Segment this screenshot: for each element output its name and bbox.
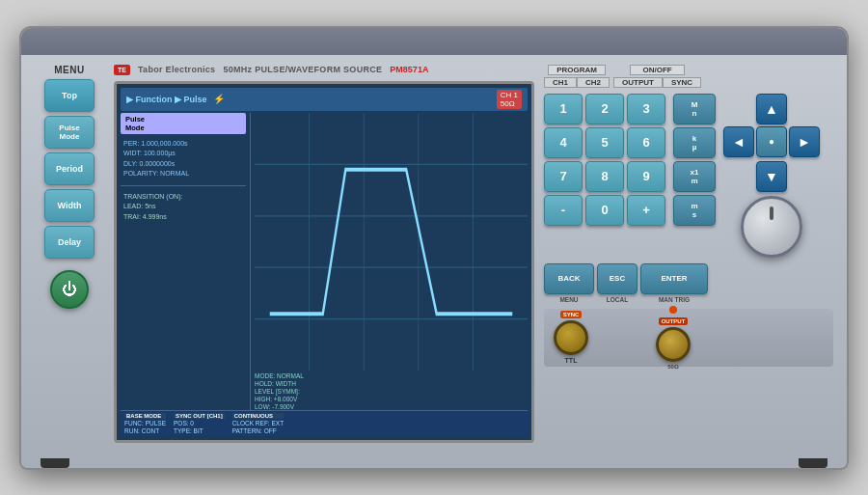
transition-values: TRANSITION (ON): LEAD: 5ns TRAI: 4.999ns — [121, 191, 246, 224]
width-button[interactable]: Width — [44, 189, 95, 222]
num-0[interactable]: 0 — [585, 195, 624, 226]
menu-label: MENU — [54, 65, 84, 75]
esc-sublabel: LOCAL — [597, 296, 637, 303]
model-label: 50MHz PULSE/WAVEFORM SOURCE — [223, 65, 382, 74]
output-label: OUTPUT — [613, 77, 663, 88]
back-button[interactable]: BACK — [544, 263, 594, 294]
ch1-label: CH1 — [544, 77, 577, 88]
pulse-mode-button[interactable]: PulseMode — [44, 116, 95, 149]
enter-sublabel: MAN TRIG — [640, 296, 708, 303]
num-8[interactable]: 8 — [585, 161, 624, 192]
num-5[interactable]: 5 — [585, 127, 624, 158]
control-section: BACK ESC ENTER MENU LOCAL MAN TRIG — [544, 263, 833, 303]
brand-name: Tabor Electronics — [138, 65, 215, 74]
num-minus[interactable]: - — [544, 195, 583, 226]
program-group: PROGRAM CH1 CH2 — [544, 65, 610, 88]
top-button[interactable]: Top — [44, 79, 95, 112]
base-mode-section: BASE MODE FUNC: PULSE RUN: CONT — [124, 413, 166, 434]
channel-label: CH 150Ω — [497, 90, 522, 109]
pattern-value: PATTERN: OFF — [232, 427, 284, 434]
device-body: MENU Top PulseMode Period Width Delay ⏻ … — [19, 26, 849, 470]
knob-area: ▲ ◄ ● ► ▼ — [723, 94, 820, 258]
num-3[interactable]: 3 — [627, 94, 665, 124]
brand-bar: TE Tabor Electronics 50MHz PULSE/WAVEFOR… — [114, 65, 534, 75]
enter-button[interactable]: ENTER — [640, 263, 708, 294]
numpad: 1 2 3 4 5 6 7 8 9 - 0 + — [544, 94, 665, 258]
sync-onoff-label: SYNC — [663, 77, 701, 88]
param-values-top: PER: 1.000,000.000s WIDT: 100.000µs DLY:… — [121, 138, 246, 180]
screen-divider — [250, 113, 251, 410]
screen-right: MODE: NORMAL HOLD: WIDTH LEVEL [SYMM]: H… — [255, 113, 528, 410]
control-row: BACK ESC ENTER — [544, 263, 833, 294]
rotary-knob[interactable] — [741, 196, 802, 258]
foot-right — [799, 458, 827, 468]
sync-section: SYNC OUT [CH1] POS: 0 TYPE: BIT — [174, 413, 225, 434]
bottom-feet — [21, 458, 847, 468]
unit-m-n[interactable]: Mn — [673, 94, 716, 124]
arrow-down[interactable]: ▼ — [756, 161, 787, 192]
pulse-mode-param[interactable]: PulseMode — [121, 113, 246, 134]
output-badge: OUTPUT — [659, 317, 689, 325]
unit-buttons: Mn kµ x1m ms — [673, 94, 716, 258]
unit-x1-m[interactable]: x1m — [673, 161, 716, 192]
period-button[interactable]: Period — [44, 152, 95, 185]
onoff-sub: OUTPUT SYNC — [613, 77, 701, 88]
output-connector: OUTPUT 50Ω — [656, 306, 691, 370]
screen-inner: ▶ Function ▶ Pulse ⚡ CH 150Ω PulseMode P… — [117, 84, 531, 440]
program-sub: CH1 CH2 — [544, 77, 610, 88]
screen-content: PulseMode PER: 1.000,000.000s WIDT: 100.… — [121, 113, 528, 410]
clock-ref-value: CLOCK REF: EXT — [232, 420, 284, 426]
num-plus[interactable]: + — [627, 195, 665, 226]
waveform-display — [255, 113, 528, 371]
screen-left-params: PulseMode PER: 1.000,000.000s WIDT: 100.… — [121, 113, 246, 410]
main-body: MENU Top PulseMode Period Width Delay ⏻ … — [21, 55, 847, 456]
unit-k-mu[interactable]: kµ — [673, 127, 716, 158]
output-bnc — [656, 327, 691, 362]
num-2[interactable]: 2 — [585, 94, 624, 124]
sync-label: SYNC OUT [CH1] — [174, 413, 225, 419]
model-number: PM8571A — [390, 65, 428, 74]
arrow-right[interactable]: ► — [789, 126, 820, 157]
top-right-row: PROGRAM CH1 CH2 ON/OFF OUTPUT SYNC — [544, 65, 833, 88]
run-value: RUN: CONT — [124, 427, 166, 434]
sync-bnc — [554, 320, 588, 355]
pos-value: POS: 0 — [174, 420, 225, 426]
type-value: TYPE: BIT — [174, 427, 225, 434]
foot-left — [41, 458, 69, 468]
usb-icon: ⚡ — [213, 94, 225, 104]
num-1[interactable]: 1 — [544, 94, 583, 124]
num-6[interactable]: 6 — [627, 127, 665, 158]
delay-button[interactable]: Delay — [44, 226, 95, 259]
output-dot — [669, 306, 677, 314]
brand-logo: TE — [114, 65, 130, 75]
center-panel: TE Tabor Electronics 50MHz PULSE/WAVEFOR… — [114, 65, 534, 443]
fifty-ohm-label: 50Ω — [667, 364, 678, 370]
screen: ▶ Function ▶ Pulse ⚡ CH 150Ω PulseMode P… — [114, 81, 534, 443]
screen-header: ▶ Function ▶ Pulse ⚡ CH 150Ω — [121, 88, 528, 111]
arrow-left[interactable]: ◄ — [723, 126, 754, 157]
continuous-section: CONTINUOUS CLOCK REF: EXT PATTERN: OFF — [232, 413, 284, 434]
back-sublabel: MENU — [544, 296, 594, 303]
arrow-up[interactable]: ▲ — [756, 94, 787, 124]
unit-m-s[interactable]: ms — [673, 195, 716, 226]
left-panel: MENU Top PulseMode Period Width Delay ⏻ — [35, 65, 104, 443]
esc-button[interactable]: ESC — [597, 263, 637, 294]
base-mode-label: BASE MODE — [124, 413, 166, 419]
num-4[interactable]: 4 — [544, 127, 583, 158]
sync-connector: SYNC TTL — [554, 311, 588, 364]
control-labels: MENU LOCAL MAN TRIG — [544, 296, 833, 303]
bnc-area: SYNC TTL OUTPUT 50Ω — [544, 309, 833, 367]
program-header: PROGRAM — [548, 65, 606, 75]
power-button[interactable]: ⏻ — [50, 270, 89, 309]
arrow-center[interactable]: ● — [756, 126, 787, 157]
right-panel: PROGRAM CH1 CH2 ON/OFF OUTPUT SYNC — [544, 65, 833, 443]
ch2-label: CH2 — [577, 77, 610, 88]
num-9[interactable]: 9 — [627, 161, 665, 192]
screen-bottom-bar: BASE MODE FUNC: PULSE RUN: CONT SYNC OUT… — [121, 410, 528, 436]
onoff-group: ON/OFF OUTPUT SYNC — [613, 65, 701, 88]
func-value: FUNC: PULSE — [124, 420, 166, 426]
numpad-area: 1 2 3 4 5 6 7 8 9 - 0 + Mn kµ x1m — [544, 94, 833, 258]
top-strip — [21, 28, 847, 55]
continuous-label: CONTINUOUS — [232, 413, 284, 419]
num-7[interactable]: 7 — [544, 161, 583, 192]
